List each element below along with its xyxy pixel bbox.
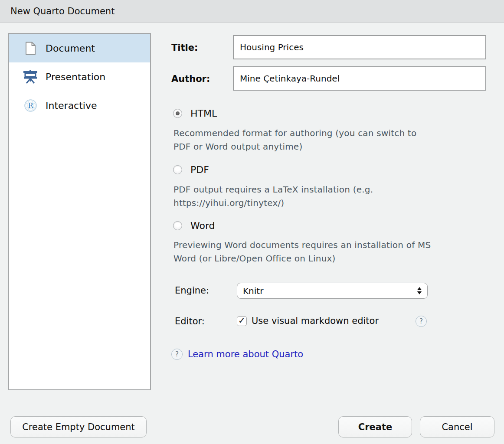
format-label-pdf: PDF bbox=[190, 164, 209, 175]
title-label: Title: bbox=[171, 42, 198, 53]
radio-button[interactable] bbox=[173, 221, 182, 230]
r-interactive-icon: R bbox=[23, 99, 38, 112]
format-description-pdf: PDF output requires a LaTeX installation… bbox=[173, 183, 433, 210]
engine-select[interactable]: Knitr bbox=[237, 283, 428, 299]
format-radio-pdf[interactable]: PDF bbox=[173, 164, 209, 175]
sidebar-item-document[interactable]: Document bbox=[9, 34, 150, 62]
radio-button[interactable] bbox=[173, 109, 182, 118]
format-description-html: Recommended format for authoring (you ca… bbox=[173, 127, 433, 153]
editor-help-icon[interactable]: ? bbox=[416, 316, 427, 327]
create-empty-document-button[interactable]: Create Empty Document bbox=[10, 416, 147, 437]
cancel-button[interactable]: Cancel bbox=[420, 416, 494, 437]
stepper-arrows-icon bbox=[417, 287, 422, 294]
learn-more-help-icon[interactable]: ? bbox=[171, 349, 183, 360]
format-description-word: Previewing Word documents requires an in… bbox=[173, 238, 433, 265]
radio-button[interactable] bbox=[173, 165, 182, 174]
create-button[interactable]: Create bbox=[338, 416, 412, 437]
sidebar-item-presentation[interactable]: Presentation bbox=[9, 62, 150, 91]
author-input[interactable] bbox=[233, 66, 486, 91]
format-label-word: Word bbox=[190, 220, 215, 231]
dialog-titlebar: New Quarto Document bbox=[0, 0, 504, 23]
dialog-title: New Quarto Document bbox=[10, 6, 115, 16]
editor-label: Editor: bbox=[175, 316, 205, 327]
format-radio-html[interactable]: HTML bbox=[173, 108, 217, 119]
sidebar-item-label: Presentation bbox=[46, 72, 105, 82]
document-type-sidebar: Document Presentation bbox=[8, 33, 151, 390]
sidebar-item-label: Document bbox=[46, 43, 95, 54]
svg-text:R: R bbox=[28, 101, 33, 110]
sidebar-item-label: Interactive bbox=[46, 100, 97, 111]
learn-more-link[interactable]: Learn more about Quarto bbox=[188, 349, 303, 360]
document-icon bbox=[23, 42, 38, 55]
engine-selected-value: Knitr bbox=[243, 286, 417, 296]
checkmark-icon: ✓ bbox=[238, 315, 245, 326]
engine-label: Engine: bbox=[175, 285, 209, 296]
title-input[interactable] bbox=[233, 35, 486, 59]
sidebar-item-interactive[interactable]: R Interactive bbox=[9, 91, 150, 120]
visual-editor-checkbox-label[interactable]: Use visual markdown editor bbox=[252, 315, 379, 327]
format-label-html: HTML bbox=[190, 108, 217, 119]
presentation-icon bbox=[23, 70, 38, 84]
format-radio-word[interactable]: Word bbox=[173, 220, 215, 231]
author-label: Author: bbox=[171, 74, 210, 84]
new-quarto-document-dialog: New Quarto Document Document bbox=[0, 0, 504, 444]
visual-editor-checkbox[interactable]: ✓ bbox=[237, 316, 247, 326]
